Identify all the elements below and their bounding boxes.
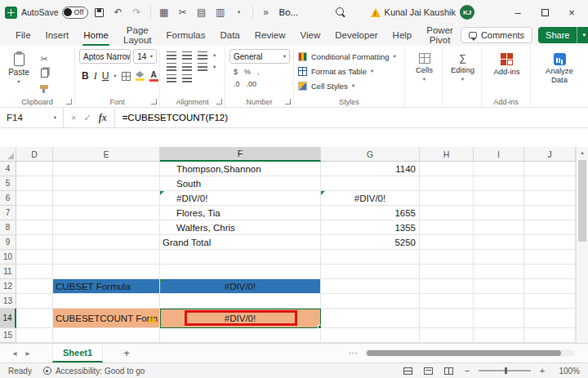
cell-F10[interactable]	[160, 250, 321, 265]
cell-I15[interactable]	[474, 328, 524, 343]
tab-home[interactable]: Home	[76, 24, 116, 46]
cell-E14[interactable]: CUBESETCOUNT Form!	[53, 309, 160, 328]
tab-power-pivot[interactable]: Power Pivot	[419, 24, 461, 46]
fill-handle[interactable]	[318, 325, 322, 329]
cut-button[interactable]: ✂	[38, 53, 51, 64]
align-left-button[interactable]	[167, 63, 176, 71]
col-header-E[interactable]: E	[53, 147, 160, 162]
cell-J13[interactable]	[524, 294, 576, 309]
tab-developer[interactable]: Developer	[327, 24, 385, 46]
cell-E8[interactable]	[53, 220, 160, 235]
cell-J7[interactable]	[524, 206, 576, 220]
cell-J14[interactable]	[524, 309, 576, 328]
cell-G6[interactable]: #DIV/0!	[321, 191, 420, 206]
page-layout-view-button[interactable]	[421, 365, 435, 377]
cell-G12[interactable]	[321, 279, 420, 294]
cell-E9[interactable]	[53, 235, 160, 250]
borders-button[interactable]	[122, 69, 131, 82]
cell-D15[interactable]	[16, 328, 53, 343]
analyze-data-button[interactable]: Analyze Data	[535, 49, 584, 85]
cell-D8[interactable]	[16, 220, 53, 235]
cell-J4[interactable]	[524, 162, 576, 176]
cell-G13[interactable]	[321, 294, 420, 309]
maximize-button[interactable]	[533, 2, 556, 22]
align-top-button[interactable]	[167, 51, 176, 60]
tab-data[interactable]: Data	[212, 24, 247, 46]
select-all-corner[interactable]	[0, 147, 16, 162]
cell-F4[interactable]: Thompson,Shannon	[160, 162, 321, 176]
page-break-view-button[interactable]	[442, 365, 456, 377]
cell-J6[interactable]	[524, 191, 576, 206]
excel-app-icon[interactable]	[5, 7, 17, 19]
cut-quick-button[interactable]: ✂	[176, 4, 190, 20]
row-header-8[interactable]: 8	[0, 220, 16, 235]
cell-H12[interactable]	[420, 279, 474, 294]
cell-F9[interactable]: Grand Total	[160, 235, 321, 250]
editing-button[interactable]: ∑ Editing ▾	[447, 49, 479, 82]
number-format-select[interactable]: General ▾	[229, 49, 290, 64]
tab-review[interactable]: Review	[247, 24, 293, 46]
format-painter-button[interactable]	[38, 81, 51, 92]
cell-E6[interactable]	[53, 191, 160, 206]
vertical-scroll-thumb[interactable]	[578, 160, 586, 242]
name-box[interactable]: F14 ▾	[0, 108, 64, 127]
tab-file[interactable]: File	[8, 24, 38, 46]
cell-F13[interactable]	[160, 294, 321, 309]
cell-J5[interactable]	[524, 176, 576, 191]
wrap-text-button[interactable]	[167, 74, 176, 82]
zoom-slider-thumb[interactable]	[505, 367, 507, 374]
user-name[interactable]: Kunal Jai Kaushik	[385, 7, 456, 17]
italic-button[interactable]: I	[94, 69, 97, 82]
minimize-button[interactable]: –	[506, 2, 529, 22]
cell-G7[interactable]: 1655	[321, 206, 420, 220]
scroll-up-icon[interactable]: ▴	[577, 149, 588, 156]
cell-J15[interactable]	[524, 328, 576, 343]
cell-I5[interactable]	[474, 176, 524, 191]
cell-F11[interactable]	[160, 265, 321, 279]
cell-G11[interactable]	[321, 265, 420, 279]
zoom-level[interactable]: 100%	[554, 367, 580, 376]
sheet-nav-left-icon[interactable]: ◂	[8, 349, 21, 358]
font-color-button[interactable]: A	[149, 69, 158, 82]
cancel-button[interactable]: ×	[71, 113, 76, 122]
font-name-select[interactable]: Aptos Narrow ▾	[79, 49, 131, 64]
horizontal-scroll-thumb[interactable]	[367, 350, 561, 356]
cell-G10[interactable]	[321, 250, 420, 265]
cells-button[interactable]: Cells ▾	[409, 49, 439, 82]
col-header-H[interactable]: H	[420, 147, 474, 162]
cell-J11[interactable]	[524, 265, 576, 279]
cell-E12[interactable]: CUBSET Formula	[53, 279, 160, 294]
accessibility-status[interactable]: Accessibility: Good to go	[43, 367, 145, 376]
row-header-6[interactable]: 6	[0, 191, 16, 206]
notification-warning-icon[interactable]: !	[371, 8, 381, 17]
bold-button[interactable]: B	[82, 69, 89, 82]
cell-I6[interactable]	[474, 191, 524, 206]
formula-input[interactable]: =CUBESETCOUNT(F12)	[115, 108, 235, 127]
document-title[interactable]: Bo...	[279, 7, 299, 17]
cell-I7[interactable]	[474, 206, 524, 220]
cell-J8[interactable]	[524, 220, 576, 235]
cell-styles-button[interactable]: Cell Styles ▾	[298, 78, 402, 93]
enter-button[interactable]: ✓	[83, 113, 91, 123]
merge-center-button[interactable]	[182, 74, 192, 82]
row-header-11[interactable]: 11	[0, 265, 16, 279]
cell-H6[interactable]	[420, 191, 474, 206]
tab-help[interactable]: Help	[385, 24, 420, 46]
cell-E13[interactable]	[53, 294, 160, 309]
row-header-4[interactable]: 4	[0, 162, 16, 176]
cell-I12[interactable]	[474, 279, 524, 294]
row-header-13[interactable]: 13	[0, 294, 16, 309]
cell-H11[interactable]	[420, 265, 474, 279]
sheet-nav-right-icon[interactable]: ▸	[21, 349, 34, 358]
cell-F7[interactable]: Flores, Tia	[160, 206, 321, 220]
cell-E4[interactable]	[53, 162, 160, 176]
cell-F12[interactable]: #DIV/0!	[160, 279, 321, 294]
quick-access-cols-button[interactable]: ▥	[213, 4, 228, 20]
increase-decimal-button[interactable]: .0	[234, 80, 240, 88]
tab-view[interactable]: View	[292, 24, 327, 46]
quick-access-chevron-icon[interactable]: ▾	[232, 4, 247, 20]
cell-H15[interactable]	[420, 328, 474, 343]
chevron-down-icon[interactable]: ▾	[114, 73, 116, 79]
cell-H4[interactable]	[420, 162, 474, 176]
cell-D9[interactable]	[16, 235, 53, 250]
